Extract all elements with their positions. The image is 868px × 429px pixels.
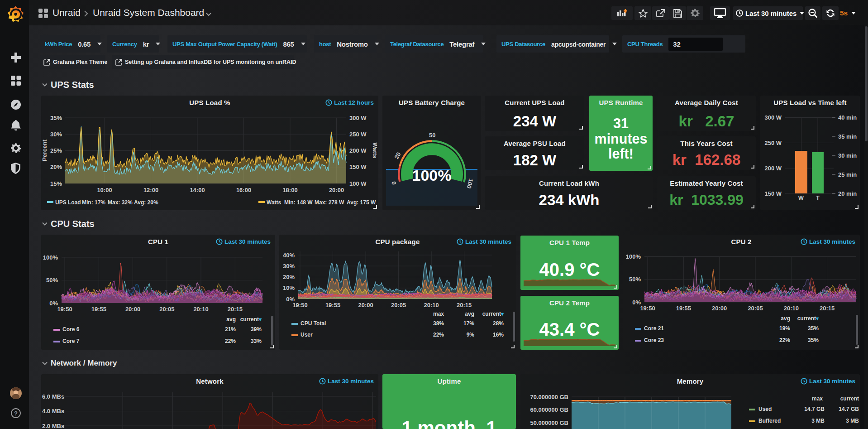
svg-text:20:15: 20:15 [228, 306, 243, 313]
svg-text:25%: 25% [50, 147, 62, 154]
svg-text:250 W: 250 W [349, 131, 367, 138]
svg-text:22%: 22% [779, 337, 790, 343]
svg-text:70.000000 GB: 70.000000 GB [530, 394, 568, 400]
svg-text:150 W: 150 W [349, 164, 367, 170]
svg-text:20:10: 20:10 [784, 305, 799, 312]
svg-text:3 MB: 3 MB [811, 418, 825, 424]
svg-text:avg: avg [226, 316, 236, 323]
svg-text:250 W: 250 W [764, 140, 782, 146]
svg-text:20:15: 20:15 [457, 302, 472, 308]
svg-text:User: User [300, 332, 313, 338]
svg-text:W: W [798, 194, 804, 201]
svg-text:18:00: 18:00 [282, 187, 297, 193]
svg-text:20 min: 20 min [838, 190, 857, 197]
svg-text:30%: 30% [283, 263, 295, 270]
svg-text:Watts: Watts [267, 199, 281, 206]
svg-text:?: ? [14, 410, 18, 417]
svg-text:Core 6: Core 6 [62, 326, 80, 333]
svg-text:20:05: 20:05 [391, 302, 406, 308]
svg-text:3 MB: 3 MB [846, 418, 859, 424]
svg-text:current▾: current▾ [797, 315, 819, 322]
svg-text:35%: 35% [808, 325, 819, 332]
svg-text:Buffered: Buffered [758, 418, 781, 424]
svg-text:100%: 100% [43, 254, 58, 261]
svg-text:19:50: 19:50 [292, 302, 307, 308]
svg-text:Used: Used [758, 406, 772, 412]
svg-text:25 min: 25 min [838, 171, 857, 178]
svg-text:50%: 50% [629, 276, 641, 283]
svg-text:100 W: 100 W [349, 180, 367, 187]
svg-text:avg: avg [781, 315, 790, 322]
svg-text:max: max [433, 311, 444, 317]
svg-text:15%: 15% [50, 180, 62, 187]
svg-text:6.0 MBs: 6.0 MBs [42, 393, 64, 400]
svg-text:current▾: current▾ [482, 311, 504, 317]
svg-text:300 W: 300 W [764, 114, 782, 121]
svg-text:CPU Total: CPU Total [300, 320, 326, 327]
svg-text:14.7 GB: 14.7 GB [804, 406, 825, 412]
svg-text:22%: 22% [225, 338, 236, 344]
svg-text:30%: 30% [50, 131, 62, 138]
svg-text:28%: 28% [493, 320, 504, 327]
svg-text:35%: 35% [808, 337, 819, 343]
svg-text:19:50: 19:50 [640, 305, 655, 312]
svg-text:33%: 33% [251, 338, 262, 344]
svg-text:20: 20 [393, 151, 402, 160]
svg-text:200 W: 200 W [349, 147, 367, 154]
svg-text:UPS Load: UPS Load [55, 199, 81, 206]
svg-text:Min: 17%: Min: 17% [82, 199, 105, 206]
svg-text:20:15: 20:15 [820, 305, 835, 312]
svg-text:max: max [812, 395, 823, 402]
svg-text:Core 23: Core 23 [644, 337, 664, 343]
svg-text:20:05: 20:05 [748, 305, 763, 312]
svg-text:12:00: 12:00 [143, 187, 158, 193]
svg-text:14:00: 14:00 [190, 187, 205, 193]
svg-text:4.0 MBs: 4.0 MBs [42, 408, 64, 415]
svg-text:Max: 32%: Max: 32% [108, 199, 133, 206]
svg-text:35 min: 35 min [838, 133, 857, 140]
svg-text:current▾: current▾ [240, 316, 262, 323]
svg-text:20:00: 20:00 [329, 187, 344, 193]
svg-text:20:00: 20:00 [125, 306, 140, 313]
svg-text:35%: 35% [50, 115, 62, 121]
svg-text:40%: 40% [283, 252, 295, 259]
svg-text:300 W: 300 W [349, 115, 367, 121]
svg-text:200 W: 200 W [764, 165, 782, 172]
svg-text:50%: 50% [46, 277, 58, 284]
svg-text:21%: 21% [225, 326, 236, 333]
svg-text:150 W: 150 W [764, 190, 782, 197]
svg-text:Min: 148 W: Min: 148 W [284, 199, 313, 206]
svg-text:Core 7: Core 7 [62, 338, 80, 344]
svg-text:50.000000 GB: 50.000000 GB [530, 419, 568, 426]
svg-text:16:00: 16:00 [236, 187, 251, 193]
svg-text:current: current [840, 395, 859, 402]
svg-text:20%: 20% [50, 164, 62, 170]
svg-text:Core 21: Core 21 [644, 325, 664, 332]
svg-text:Max: 278 W: Max: 278 W [315, 199, 344, 206]
svg-text:10%: 10% [283, 284, 295, 291]
svg-text:9%: 9% [467, 332, 475, 338]
svg-text:19:55: 19:55 [325, 302, 340, 308]
svg-text:T: T [816, 194, 820, 201]
svg-text:50: 50 [429, 132, 435, 139]
svg-text:17%: 17% [463, 320, 474, 327]
svg-text:16%: 16% [493, 332, 504, 338]
svg-text:2.0 MBs: 2.0 MBs [42, 423, 64, 429]
svg-text:38%: 38% [433, 320, 444, 327]
svg-text:19%: 19% [779, 325, 790, 332]
svg-text:40 min: 40 min [838, 114, 857, 121]
svg-text:20:00: 20:00 [358, 302, 373, 308]
svg-text:20:05: 20:05 [159, 306, 174, 313]
svg-text:19:55: 19:55 [91, 306, 106, 313]
svg-text:19:55: 19:55 [676, 305, 691, 312]
svg-text:avg: avg [465, 311, 474, 317]
svg-text:39%: 39% [251, 326, 262, 333]
svg-text:19:50: 19:50 [57, 306, 72, 313]
svg-text:20%: 20% [283, 274, 295, 280]
svg-text:20:10: 20:10 [193, 306, 208, 313]
svg-text:20:00: 20:00 [712, 305, 727, 312]
svg-text:100%: 100% [626, 253, 641, 260]
svg-text:Avg: 20%: Avg: 20% [134, 199, 158, 206]
svg-text:30 min: 30 min [838, 152, 857, 159]
svg-text:60.000000 GB: 60.000000 GB [530, 406, 568, 413]
